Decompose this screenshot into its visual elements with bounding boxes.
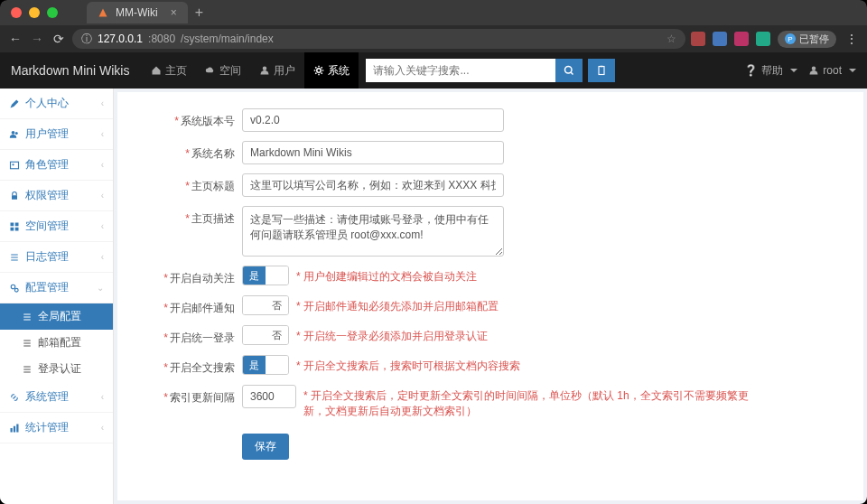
clipboard-button[interactable] [588,59,615,82]
input-interval[interactable] [242,385,296,408]
grid-icon [9,221,20,232]
svg-point-0 [263,67,267,71]
svg-point-9 [12,163,14,165]
paused-badge[interactable]: P 已暂停 [778,31,836,48]
hint-interval: * 开启全文搜索后，定时更新全文索引的时间间隔，单位秒（默认 1h，全文索引不需… [303,385,755,419]
nav-home[interactable]: 主页 [142,52,196,89]
sidebar-item-spaces[interactable]: 空间管理‹ [0,211,113,242]
chevron-left-icon: ‹ [101,98,104,108]
window-minimize[interactable] [29,7,40,18]
app-header: Markdown Mini Wikis 主页 空间 用户 系统 ❔ 帮助 roo… [0,52,867,89]
nav-space[interactable]: 空间 [196,52,250,89]
sidebar-sub-global[interactable]: 全局配置 [0,303,113,330]
save-button[interactable]: 保存 [242,434,289,460]
extension-icon[interactable] [713,32,727,46]
label-version: *系统版本号 [135,108,235,129]
chevron-left-icon: ‹ [101,252,104,262]
svg-point-6 [12,130,15,134]
svg-rect-12 [15,222,19,226]
browser-tab[interactable]: MM-Wiki × [87,2,188,23]
tab-close-icon[interactable]: × [171,6,177,19]
list-icon [9,252,20,263]
input-version[interactable] [242,108,504,132]
gears-icon [9,283,20,294]
window-maximize[interactable] [47,7,58,18]
label-name: *系统名称 [135,141,235,162]
nav-users[interactable]: 用户 [250,52,304,89]
toggle-auto-follow[interactable]: 是 [242,266,289,285]
bookmark-star-icon[interactable]: ☆ [667,33,676,45]
sidebar-item-users[interactable]: 用户管理‹ [0,119,113,150]
list-icon [22,338,33,349]
gear-icon [313,65,324,76]
cloud-icon [205,65,216,76]
hint-fulltext: * 开启全文搜索后，搜索时可根据文档内容搜索 [296,355,520,374]
sidebar: 个人中心‹ 用户管理‹ 角色管理‹ 权限管理‹ 空间管理‹ 日志管理‹ 配置管理… [0,89,114,504]
url-bar[interactable]: ⓘ 127.0.0.1:8080/system/main/index ☆ [72,29,685,49]
svg-point-7 [15,132,18,135]
help-icon: ❔ [744,64,758,77]
label-title: *主页标题 [135,173,235,194]
users-icon [9,129,20,140]
paused-label: 已暂停 [799,33,829,46]
bar-chart-icon [9,423,20,434]
label-sso: *开启统一登录 [135,325,235,346]
toggle-mail[interactable]: 否 [242,295,289,315]
svg-point-15 [11,285,15,289]
chevron-left-icon: ‹ [101,423,104,433]
brand: Markdown Mini Wikis [11,63,129,78]
sidebar-item-config[interactable]: 配置管理⌄ [0,273,113,303]
sidebar-item-system[interactable]: 系统管理‹ [0,382,113,413]
svg-rect-11 [11,222,14,226]
extension-icon[interactable] [691,32,705,46]
svg-rect-10 [12,195,17,200]
search-icon [564,65,574,76]
browser-menu-icon[interactable]: ⋮ [844,32,860,46]
sidebar-item-roles[interactable]: 角色管理‹ [0,150,113,181]
lock-icon [9,191,20,201]
nav-back-icon[interactable]: ← [7,32,23,46]
extension-icon[interactable] [756,32,770,46]
label-desc: *主页描述 [135,206,235,227]
link-icon [9,392,20,403]
nav-reload-icon[interactable]: ⟳ [51,32,67,46]
sidebar-sub-mail[interactable]: 邮箱配置 [0,330,113,356]
nav-forward-icon: → [29,32,45,46]
svg-rect-3 [599,67,604,75]
label-interval: *索引更新间隔 [135,385,235,406]
sidebar-item-logs[interactable]: 日志管理‹ [0,242,113,273]
svg-point-2 [565,67,573,74]
sidebar-item-stats[interactable]: 统计管理‹ [0,413,113,443]
help-dropdown[interactable]: ❔ 帮助 [744,63,797,79]
svg-point-5 [812,67,816,71]
toggle-fulltext[interactable]: 是 [242,355,289,375]
window-close[interactable] [11,7,22,18]
svg-rect-17 [11,428,13,433]
sidebar-item-permissions[interactable]: 权限管理‹ [0,181,113,211]
profile-initial: P [785,33,796,44]
content: *系统版本号 *系统名称 *主页标题 *主页描述 这是写一些描述：请使用域账号登… [117,92,863,500]
toggle-sso[interactable]: 否 [242,325,289,345]
url-port: :8080 [148,33,175,45]
sidebar-item-profile[interactable]: 个人中心‹ [0,89,113,119]
textarea-desc[interactable]: 这是写一些描述：请使用域账号登录，使用中有任何问题请联系管理员 root@xxx… [242,206,504,257]
extension-icon[interactable] [734,32,749,46]
search-button[interactable] [555,59,583,82]
chevron-left-icon: ‹ [101,221,104,231]
svg-rect-19 [16,424,18,432]
search-input[interactable] [366,59,555,82]
input-name[interactable] [242,141,504,164]
input-title[interactable] [242,173,504,197]
insecure-icon: ⓘ [81,32,92,47]
url-path: /system/main/index [181,33,274,45]
svg-rect-8 [11,162,19,169]
nav-system[interactable]: 系统 [304,52,359,89]
hint-sso: * 开启统一登录必须添加并启用登录认证 [296,325,488,344]
window-titlebar: MM-Wiki × + [0,0,867,25]
chevron-left-icon: ‹ [101,129,104,139]
chevron-left-icon: ‹ [101,160,104,170]
new-tab-button[interactable]: + [195,5,203,21]
home-icon [151,65,162,76]
sidebar-sub-auth[interactable]: 登录认证 [0,356,113,382]
user-dropdown[interactable]: root [808,63,856,79]
